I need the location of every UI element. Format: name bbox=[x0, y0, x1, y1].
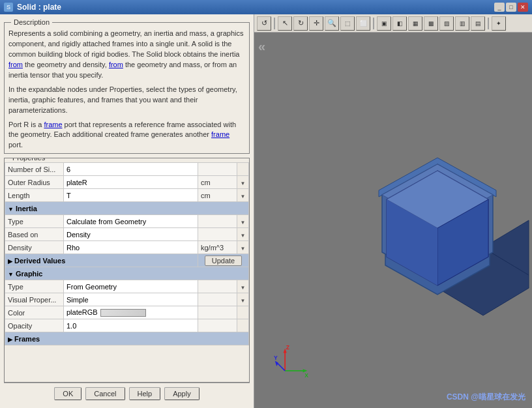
property-dropdown[interactable]: ▼ bbox=[237, 176, 249, 189]
properties-legend: Properties bbox=[10, 158, 48, 162]
left-panel: Description Represents a solid combining… bbox=[0, 14, 254, 408]
dropdown-arrow-icon[interactable]: ▼ bbox=[241, 285, 246, 291]
window-controls: _ □ ✕ bbox=[494, 3, 528, 12]
section-label: Inertia bbox=[16, 205, 37, 212]
dropdown-arrow-icon[interactable]: ▼ bbox=[241, 246, 246, 252]
window-title: Solid : plate bbox=[17, 3, 61, 12]
svg-text:Y: Y bbox=[274, 355, 278, 361]
properties-table-container[interactable]: Number of Si...6Outer RadiusplateRcm▼Len… bbox=[5, 162, 249, 382]
property-dropdown[interactable]: ▼ bbox=[237, 241, 249, 254]
table-row: LengthTcm▼ bbox=[5, 189, 249, 202]
zoom-tool[interactable]: 🔍 bbox=[325, 16, 339, 31]
section-label: Graphic bbox=[16, 270, 43, 278]
property-dropdown bbox=[237, 163, 249, 176]
property-label: Number of Si... bbox=[5, 163, 64, 176]
zoom-box-tool[interactable]: ⬚ bbox=[340, 16, 355, 31]
description-para3: Port R is a frame port that represents a… bbox=[8, 120, 245, 151]
property-value[interactable]: Calculate from Geometry bbox=[64, 215, 198, 228]
watermark: CSDN @喵星球在发光 bbox=[447, 392, 525, 403]
property-label: Type bbox=[5, 215, 64, 228]
property-value[interactable]: 6 bbox=[64, 163, 198, 176]
property-unit: kg/m^3 bbox=[198, 241, 237, 254]
dropdown-arrow-icon[interactable]: ▼ bbox=[241, 220, 246, 226]
property-value[interactable]: plateR bbox=[64, 176, 198, 189]
dropdown-arrow-icon[interactable]: ▼ bbox=[241, 181, 246, 186]
table-row: TypeCalculate from Geometry▼ bbox=[5, 215, 249, 228]
rotate-tool[interactable]: ↻ bbox=[293, 16, 308, 31]
apply-button[interactable]: Apply bbox=[164, 387, 200, 400]
properties-table: Number of Si...6Outer RadiusplateRcm▼Len… bbox=[5, 162, 249, 345]
property-dropdown[interactable]: ▼ bbox=[237, 189, 249, 202]
property-value[interactable]: Rho bbox=[64, 241, 198, 254]
view-back-tool[interactable]: ▦ bbox=[408, 16, 422, 31]
dropdown-arrow-icon[interactable]: ▼ bbox=[241, 233, 246, 239]
extra-tool[interactable]: ✦ bbox=[492, 16, 506, 31]
description-legend: Description bbox=[11, 18, 52, 26]
expand-icon: ▼ bbox=[8, 271, 14, 278]
refresh-tool[interactable]: ↺ bbox=[257, 16, 271, 31]
section-header-cell: ▼Graphic bbox=[5, 267, 249, 280]
svg-marker-18 bbox=[275, 360, 278, 366]
dropdown-arrow-icon[interactable]: ▼ bbox=[241, 298, 246, 304]
property-unit bbox=[198, 293, 237, 306]
zoom-fit-tool[interactable]: ⬜ bbox=[356, 16, 370, 31]
property-value[interactable]: plateRGB bbox=[64, 306, 198, 319]
view-bottom-tool[interactable]: ▨ bbox=[439, 16, 454, 31]
maximize-button[interactable]: □ bbox=[506, 3, 516, 12]
section-label: Derived Values bbox=[14, 257, 65, 265]
table-row: ▼Graphic bbox=[5, 267, 249, 280]
view-top-tool[interactable]: ▩ bbox=[424, 16, 438, 31]
viewport-toolbar: ↺ ↖ ↻ ✛ 🔍 ⬚ ⬜ ▣ ◧ ▦ ▩ ▨ ▥ ▤ ✦ bbox=[254, 14, 532, 33]
dropdown-arrow-icon[interactable]: ▼ bbox=[241, 194, 246, 199]
table-row: ▶Derived ValuesUpdate bbox=[5, 254, 249, 267]
property-dropdown[interactable]: ▼ bbox=[237, 293, 249, 306]
main-container: Description Represents a solid combining… bbox=[0, 14, 532, 408]
section-header-cell: ▶Frames bbox=[5, 332, 249, 345]
toolbar-separator-2 bbox=[373, 18, 374, 29]
update-button[interactable]: Update bbox=[205, 255, 242, 266]
pan-tool[interactable]: ✛ bbox=[309, 16, 323, 31]
view-iso-tool[interactable]: ▣ bbox=[377, 16, 391, 31]
table-row: ▶Frames bbox=[5, 332, 249, 345]
expand-icon: ▶ bbox=[8, 258, 12, 265]
property-dropdown bbox=[237, 319, 249, 332]
property-value[interactable]: From Geometry bbox=[64, 280, 198, 293]
property-dropdown[interactable]: ▼ bbox=[237, 228, 249, 241]
ok-button[interactable]: OK bbox=[54, 387, 81, 400]
table-row: Opacity1.0 bbox=[5, 319, 249, 332]
3d-viewport[interactable]: « bbox=[254, 33, 532, 408]
axes-indicator: Z X Y bbox=[274, 343, 313, 382]
table-row: Based onDensity▼ bbox=[5, 228, 249, 241]
view-front-tool[interactable]: ◧ bbox=[392, 16, 407, 31]
minimize-button[interactable]: _ bbox=[494, 3, 505, 12]
cancel-button[interactable]: Cancel bbox=[85, 387, 125, 400]
toolbar-separator-1 bbox=[274, 18, 275, 29]
link-from: from bbox=[8, 61, 23, 68]
expand-icon: ▶ bbox=[8, 336, 12, 343]
property-unit bbox=[198, 215, 237, 228]
view-left-tool[interactable]: ▥ bbox=[455, 16, 469, 31]
property-unit bbox=[198, 228, 237, 241]
property-unit bbox=[198, 280, 237, 293]
right-panel: ↺ ↖ ↻ ✛ 🔍 ⬚ ⬜ ▣ ◧ ▦ ▩ ▨ ▥ ▤ ✦ « bbox=[254, 14, 532, 408]
property-label: Density bbox=[5, 241, 64, 254]
property-dropdown[interactable]: ▼ bbox=[237, 280, 249, 293]
property-value[interactable]: 1.0 bbox=[64, 319, 198, 332]
close-button[interactable]: ✕ bbox=[518, 3, 528, 12]
back-arrow-icon[interactable]: « bbox=[258, 39, 265, 54]
select-tool[interactable]: ↖ bbox=[278, 16, 292, 31]
property-dropdown[interactable]: ▼ bbox=[237, 215, 249, 228]
table-row: Number of Si...6 bbox=[5, 163, 249, 176]
property-value[interactable]: Simple bbox=[64, 293, 198, 306]
view-right-tool[interactable]: ▤ bbox=[471, 16, 485, 31]
properties-section: Properties Number of Si...6Outer Radiusp… bbox=[4, 158, 250, 383]
description-text: Represents a solid combining a geometry,… bbox=[8, 29, 245, 151]
property-value[interactable]: T bbox=[64, 189, 198, 202]
table-row: Outer RadiusplateRcm▼ bbox=[5, 176, 249, 189]
table-row: ColorplateRGB bbox=[5, 306, 249, 319]
3d-shape bbox=[327, 138, 532, 321]
help-button[interactable]: Help bbox=[129, 387, 161, 400]
bottom-buttons: OK Cancel Help Apply bbox=[4, 383, 250, 404]
property-dropdown bbox=[237, 306, 249, 319]
property-value[interactable]: Density bbox=[64, 228, 198, 241]
